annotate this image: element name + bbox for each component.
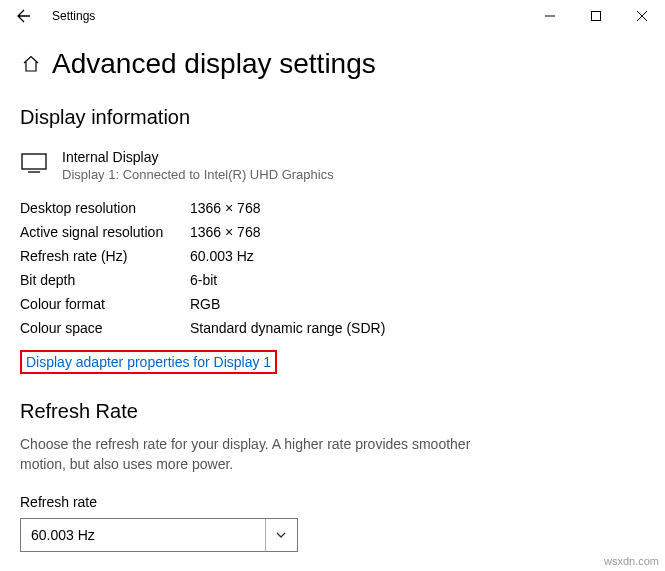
refresh-rate-select[interactable]: 60.003 Hz: [20, 518, 298, 552]
minimize-button[interactable]: [527, 0, 573, 32]
arrow-left-icon: [16, 8, 32, 24]
spec-label-refresh-rate: Refresh rate (Hz): [20, 248, 190, 264]
page-header: Advanced display settings: [20, 48, 645, 80]
highlight-annotation: Display adapter properties for Display 1: [20, 350, 277, 374]
back-button[interactable]: [8, 8, 40, 24]
spec-value-active-signal: 1366 × 768: [190, 224, 645, 240]
display-spec-table: Desktop resolution 1366 × 768 Active sig…: [20, 200, 645, 336]
watermark: wsxdn.com: [604, 555, 659, 567]
window-title: Settings: [52, 9, 95, 23]
home-icon-svg: [21, 54, 41, 74]
display-subtitle: Display 1: Connected to Intel(R) UHD Gra…: [62, 167, 334, 182]
spec-value-colour-space: Standard dynamic range (SDR): [190, 320, 645, 336]
spec-label-desktop-resolution: Desktop resolution: [20, 200, 190, 216]
svg-rect-2: [22, 154, 46, 169]
spec-value-desktop-resolution: 1366 × 768: [190, 200, 645, 216]
titlebar: Settings: [0, 0, 665, 32]
display-info-heading: Display information: [20, 106, 645, 129]
chevron-down-icon: [265, 519, 295, 551]
content-area: Advanced display settings Display inform…: [0, 32, 665, 571]
close-icon: [637, 11, 647, 21]
refresh-rate-description: Choose the refresh rate for your display…: [20, 435, 520, 474]
spec-label-colour-space: Colour space: [20, 320, 190, 336]
svg-rect-1: [592, 12, 601, 21]
refresh-rate-selected-value: 60.003 Hz: [31, 527, 95, 543]
close-button[interactable]: [619, 0, 665, 32]
spec-label-bit-depth: Bit depth: [20, 272, 190, 288]
refresh-rate-heading: Refresh Rate: [20, 400, 645, 423]
monitor-icon: [20, 149, 48, 177]
display-adapter-link[interactable]: Display adapter properties for Display 1: [22, 352, 275, 372]
display-identity: Internal Display Display 1: Connected to…: [20, 149, 645, 182]
spec-value-bit-depth: 6-bit: [190, 272, 645, 288]
home-icon[interactable]: [20, 53, 42, 75]
spec-label-active-signal: Active signal resolution: [20, 224, 190, 240]
page-title: Advanced display settings: [52, 48, 376, 80]
display-name: Internal Display: [62, 149, 334, 165]
minimize-icon: [545, 11, 555, 21]
window-controls: [527, 0, 665, 32]
spec-value-colour-format: RGB: [190, 296, 645, 312]
maximize-button[interactable]: [573, 0, 619, 32]
maximize-icon: [591, 11, 601, 21]
refresh-rate-select-label: Refresh rate: [20, 494, 645, 510]
spec-value-refresh-rate: 60.003 Hz: [190, 248, 645, 264]
spec-label-colour-format: Colour format: [20, 296, 190, 312]
